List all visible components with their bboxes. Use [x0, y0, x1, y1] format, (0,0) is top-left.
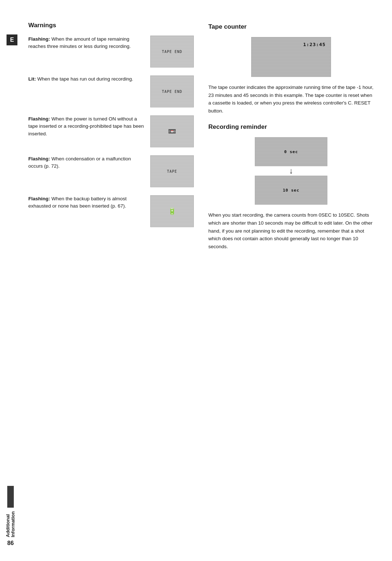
screen-img-2: TAPE END [150, 75, 194, 107]
screen-text-2: TAPE END [162, 90, 182, 94]
recording-reminder-description: When you start recording, the camera cou… [208, 211, 374, 250]
screen-text-4: TAPE [167, 169, 177, 173]
screen-img-3: 📼 [150, 115, 194, 147]
reminder-text-end: 10 sec [283, 188, 299, 193]
warning-item-2: Lit: When the tape has run out during re… [28, 75, 194, 107]
bottom-sidebar: Additional Information 86 [0, 486, 21, 547]
main-content: Warnings Flashing: When the amount of ta… [21, 0, 392, 561]
warning-label-2: Lit: [28, 76, 36, 82]
screen-img-5: 🔋 [150, 195, 194, 227]
sidebar-bar [7, 486, 14, 508]
reminder-text-start: 0 sec [284, 150, 298, 154]
screen-img-4: TAPE [150, 155, 194, 187]
screen-img-1: TAPE END [150, 36, 194, 67]
tape-counter-title: Tape counter [208, 23, 374, 30]
reminder-screen-end: 10 sec [255, 176, 327, 205]
arrow-down-icon: ↓ [289, 167, 293, 175]
warnings-section: Warnings Flashing: When the amount of ta… [28, 22, 194, 235]
screen-text-1: TAPE END [162, 50, 182, 54]
warning-label-3: Flashing: [28, 116, 50, 122]
warning-item-4: Flashing: When condensation or a malfunc… [28, 155, 194, 187]
tape-counter-description: The tape counter indicates the approxima… [208, 83, 374, 115]
right-column: Tape counter 1:23:45 The tape counter in… [208, 22, 374, 255]
counter-value: 1:23:45 [303, 42, 326, 47]
warning-label-4: Flashing: [28, 156, 50, 161]
reminder-screen-start: 0 sec [255, 137, 327, 166]
warning-text-1: Flashing: When the amount of tape remain… [28, 36, 144, 50]
warning-text-3: Flashing: When the power is turned ON wi… [28, 115, 144, 138]
recording-reminder-title: Recording reminder [208, 123, 374, 131]
warning-label-1: Flashing: [28, 36, 50, 42]
warning-label-5: Flashing: [28, 196, 50, 201]
page-number: 86 [7, 540, 14, 546]
tape-icon: 📼 [168, 127, 176, 135]
warning-text-2: Lit: When the tape has run out during re… [28, 75, 144, 83]
warning-item-1: Flashing: When the amount of tape remain… [28, 36, 194, 67]
page-container: E Additional Information 86 Warnings Fla… [0, 0, 392, 561]
two-column-layout: Warnings Flashing: When the amount of ta… [28, 22, 374, 255]
warning-item-3: Flashing: When the power is turned ON wi… [28, 115, 194, 147]
recording-reminder-screens: 0 sec ↓ 10 sec [208, 137, 374, 205]
warnings-title: Warnings [28, 22, 194, 29]
sidebar-label: Additional Information [5, 511, 16, 537]
warning-item-5: Flashing: When the backup battery is alm… [28, 195, 194, 227]
battery-icon: 🔋 [168, 207, 176, 215]
warning-text-5: Flashing: When the backup battery is alm… [28, 195, 144, 210]
left-sidebar: E Additional Information 86 [0, 0, 21, 561]
section-divider: Recording reminder [208, 123, 374, 131]
section-badge: E [7, 34, 17, 45]
warning-text-4: Flashing: When condensation or a malfunc… [28, 155, 144, 170]
tape-counter-screen: 1:23:45 [251, 37, 331, 77]
